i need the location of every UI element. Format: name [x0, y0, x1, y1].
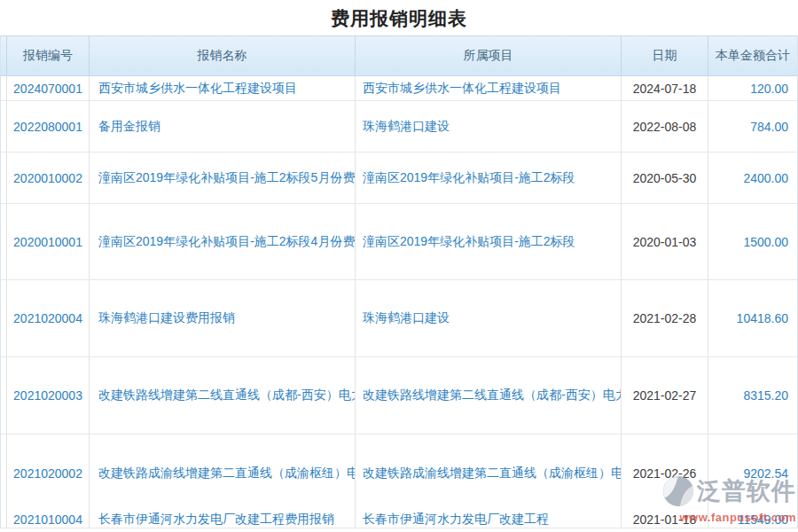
date-value: 2021-02-27 [622, 357, 708, 434]
expense-table: 报销编号 报销名称 所属项目 日期 本单金额合计 2024070001 西安市城… [0, 35, 798, 528]
date-value: 2024-07-18 [622, 76, 708, 100]
header-amount[interactable]: 本单金额合计 [708, 36, 797, 75]
project-link[interactable]: 潼南区2019年绿化补贴项目-施工2标段 [356, 153, 622, 203]
page-title: 费用报销明细表 [0, 2, 798, 35]
expense-report-page: 费用报销明细表 报销编号 报销名称 所属项目 日期 本单金额合计 2024070… [0, 0, 798, 532]
row-gutter [1, 434, 7, 512]
row-gutter [1, 153, 7, 203]
row-gutter [1, 512, 7, 528]
amount-link[interactable]: 9202.54 [708, 434, 797, 512]
header-project[interactable]: 所属项目 [356, 36, 622, 75]
project-link[interactable]: 改建铁路线增建第二线直通线（成都-西安）电力线路 [356, 357, 622, 434]
report-id-link[interactable]: 2021020002 [7, 434, 90, 512]
row-gutter [1, 280, 7, 356]
row-gutter [1, 357, 7, 434]
report-name-link[interactable]: 备用金报销 [90, 101, 356, 152]
date-value: 2020-01-03 [622, 204, 708, 279]
project-link[interactable]: 珠海鹤港口建设 [356, 280, 622, 356]
date-value: 2021-02-28 [622, 280, 708, 356]
project-link[interactable]: 改建铁路成渝线增建第二直通线（成渝枢纽）电力线路 [356, 434, 622, 512]
table-row[interactable]: 2021020004 珠海鹤港口建设费用报销 珠海鹤港口建设 2021-02-2… [1, 280, 797, 357]
report-id-link[interactable]: 2020010002 [7, 153, 90, 203]
amount-link[interactable]: 784.00 [708, 101, 797, 152]
amount-link[interactable]: 10418.60 [708, 280, 797, 356]
table-row[interactable]: 2021020003 改建铁路线增建第二线直通线（成都-西安）电力线路 改建铁路… [1, 357, 797, 434]
report-name-link[interactable]: 珠海鹤港口建设费用报销 [90, 280, 356, 356]
amount-link[interactable]: 8315.20 [708, 357, 797, 434]
report-id-link[interactable]: 2021010004 [7, 512, 90, 528]
report-id-link[interactable]: 2021020004 [7, 280, 90, 356]
report-name-link[interactable]: 改建铁路线增建第二线直通线（成都-西安）电力线路 [90, 357, 356, 434]
date-value: 2020-05-30 [622, 153, 708, 203]
header-gutter [1, 36, 7, 75]
report-name-link[interactable]: 潼南区2019年绿化补贴项目-施工2标段5月份费用报销 [90, 153, 356, 203]
date-value: 2022-08-08 [622, 101, 708, 152]
report-name-link[interactable]: 长春市伊通河水力发电厂改建工程费用报销 [90, 512, 356, 528]
amount-link[interactable]: 120.00 [708, 76, 797, 100]
table-row[interactable]: 2024070001 西安市城乡供水一体化工程建设项目 西安市城乡供水一体化工程… [1, 76, 797, 101]
amount-link[interactable]: 2400.00 [708, 153, 797, 203]
project-link[interactable]: 西安市城乡供水一体化工程建设项目 [356, 76, 622, 100]
table-row[interactable]: 2022080001 备用金报销 珠海鹤港口建设 2022-08-08 784.… [1, 101, 797, 153]
table-header-row: 报销编号 报销名称 所属项目 日期 本单金额合计 [1, 35, 797, 76]
report-name-link[interactable]: 西安市城乡供水一体化工程建设项目 [90, 76, 356, 100]
amount-link[interactable]: 1500.00 [708, 204, 797, 279]
table-row[interactable]: 2020010001 潼南区2019年绿化补贴项目-施工2标段4月份费用报销 潼… [1, 204, 797, 280]
row-gutter [1, 76, 7, 100]
report-name-link[interactable]: 潼南区2019年绿化补贴项目-施工2标段4月份费用报销 [90, 204, 356, 279]
report-id-link[interactable]: 2022080001 [7, 101, 90, 152]
row-gutter [1, 204, 7, 279]
header-date[interactable]: 日期 [622, 36, 708, 75]
date-value: 2021-02-26 [622, 434, 708, 512]
report-id-link[interactable]: 2024070001 [7, 76, 90, 100]
project-link[interactable]: 潼南区2019年绿化补贴项目-施工2标段 [356, 204, 622, 279]
header-report-id[interactable]: 报销编号 [7, 36, 90, 75]
date-value: 2021-01-18 [622, 512, 708, 528]
report-id-link[interactable]: 2020010001 [7, 204, 90, 279]
project-link[interactable]: 长春市伊通河水力发电厂改建工程 [356, 512, 622, 528]
amount-link[interactable]: 11549.00 [708, 512, 797, 528]
table-row[interactable]: 2021010004 长春市伊通河水力发电厂改建工程费用报销 长春市伊通河水力发… [1, 512, 797, 528]
report-id-link[interactable]: 2021020003 [7, 357, 90, 434]
table-row[interactable]: 2020010002 潼南区2019年绿化补贴项目-施工2标段5月份费用报销 潼… [1, 153, 797, 204]
report-name-link[interactable]: 改建铁路成渝线增建第二直通线（成渝枢纽）电力线路 [90, 434, 356, 512]
table-row[interactable]: 2021020002 改建铁路成渝线增建第二直通线（成渝枢纽）电力线路 改建铁路… [1, 434, 797, 512]
project-link[interactable]: 珠海鹤港口建设 [356, 101, 622, 152]
header-report-name[interactable]: 报销名称 [90, 36, 356, 75]
row-gutter [1, 101, 7, 152]
